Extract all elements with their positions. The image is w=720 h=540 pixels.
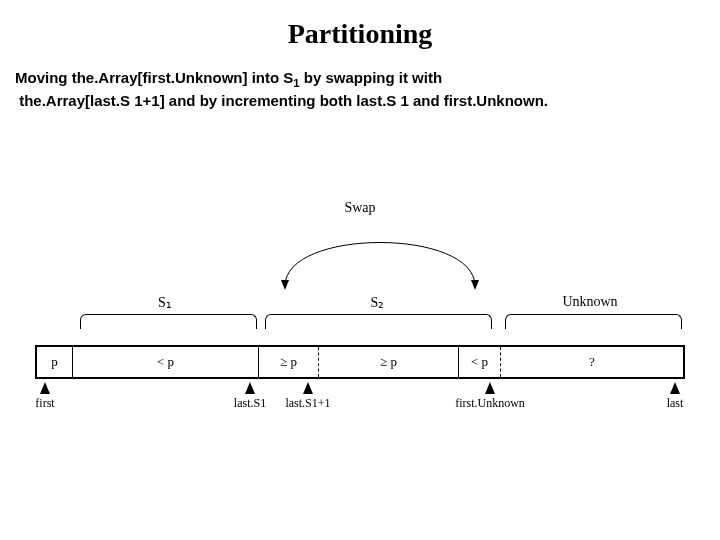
arrow-up-icon — [485, 382, 495, 394]
region-label-unknown: Unknown — [500, 294, 680, 310]
slide: Partitioning Moving the.Array[first.Unkn… — [0, 0, 720, 540]
cell-ge-p-swap: ≥ p — [259, 347, 319, 377]
swap-arc — [35, 210, 685, 290]
region-label-s2: S₂ — [260, 294, 495, 311]
page-title: Partitioning — [0, 0, 720, 50]
cell-lt-p: < p — [73, 347, 259, 377]
pointer-label: last.S1 — [234, 396, 266, 410]
pointer-row: first last.S1 last.S1+1 first.Unknown la… — [35, 382, 685, 432]
cell-unknown: ? — [501, 347, 683, 377]
arrow-up-icon — [670, 382, 680, 394]
svg-marker-0 — [281, 280, 289, 290]
region-label-s1: S₁ — [75, 294, 255, 311]
cell-moved-lt-p: < p — [459, 347, 501, 377]
brace-unknown — [505, 314, 682, 329]
region-braces: S₁ S₂ Unknown — [35, 298, 685, 328]
arrow-up-icon — [245, 382, 255, 394]
pointer-last: last — [655, 382, 695, 411]
array-bar: p < p ≥ p ≥ p < p ? — [35, 345, 685, 379]
pointer-label: first.Unknown — [455, 396, 525, 410]
arrow-up-icon — [303, 382, 313, 394]
svg-marker-1 — [471, 280, 479, 290]
pointer-label: last.S1+1 — [285, 396, 330, 410]
cell-pivot: p — [37, 347, 73, 377]
arrow-up-icon — [40, 382, 50, 394]
brace-s1 — [80, 314, 257, 329]
pointer-first: first — [25, 382, 65, 411]
pointer-label: last — [667, 396, 684, 410]
brace-s2 — [265, 314, 492, 329]
pointer-lastS1: last.S1 — [220, 382, 280, 411]
pointer-lastS1plus1: last.S1+1 — [273, 382, 343, 411]
pointer-label: first — [35, 396, 54, 410]
pointer-firstUnknown: first.Unknown — [440, 382, 540, 411]
cell-ge-p: ≥ p — [319, 347, 459, 377]
description: Moving the.Array[first.Unknown] into S1 … — [0, 50, 720, 111]
